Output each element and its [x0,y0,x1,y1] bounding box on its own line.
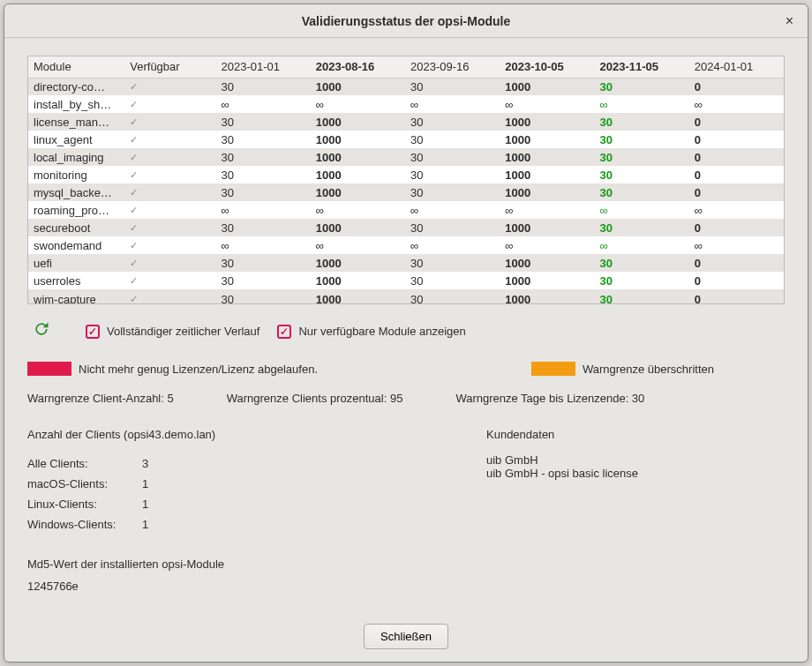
cell-module: local_imaging [28,148,124,166]
table-row[interactable]: secureboot✓301000301000300 [28,219,784,236]
cell-d4: 1000 [500,131,594,148]
window-title: Validierungsstatus der opsi-Module [302,14,510,28]
check-icon: ✓ [277,325,291,339]
cell-d1: 30 [215,131,310,148]
cell-d4: 1000 [500,289,594,304]
cell-d6: 0 [689,183,784,201]
cell-available: ✓ [124,183,215,201]
cell-available: ✓ [124,289,215,304]
cell-d3: 30 [405,148,500,166]
swatch-red [27,362,71,376]
table-row[interactable]: linux_agent✓301000301000300 [28,131,784,148]
col-d5[interactable]: 2023-11-05 [594,56,688,78]
cell-d5: ∞ [594,95,688,113]
col-d4[interactable]: 2023-10-05 [500,56,594,78]
cell-available: ✓ [124,272,215,289]
client-value: 1 [142,494,416,514]
legend-row: Nicht mehr genug Lizenzen/Lizenz abgelau… [27,362,785,376]
cell-d2: 1000 [311,166,405,183]
col-available[interactable]: Verfügbar [124,56,215,78]
table-row[interactable]: local_imaging✓301000301000300 [28,148,784,166]
cell-d3: 30 [405,183,500,201]
legend-label: Warngrenze überschritten [583,363,714,376]
cell-d6: 0 [689,131,784,148]
cell-d5: 30 [594,254,688,272]
cell-available: ✓ [124,113,215,131]
table-row[interactable]: install_by_sh…✓∞∞∞∞∞∞ [28,95,784,113]
cell-module: directory-co… [28,78,124,95]
modules-table-wrap[interactable]: Module Verfügbar 2023-01-01 2023-08-16 2… [27,56,785,304]
customer-line1: uib GmbH [486,453,638,467]
cell-module: wim-capture [28,289,124,304]
cell-d1: 30 [215,219,310,236]
dialog-footer: Schließen [4,617,808,662]
cell-d2: ∞ [311,201,405,219]
cell-d3: ∞ [405,95,500,113]
cell-module: userroles [28,272,124,289]
cell-d2: ∞ [311,95,405,113]
checkbox-label: Vollständiger zeitlicher Verlauf [107,325,259,338]
cell-d4: 1000 [500,113,594,131]
cell-d1: 30 [215,272,310,289]
cell-module: mysql_backe… [28,183,124,201]
cell-d6: ∞ [689,95,784,113]
cell-d6: 0 [689,272,784,289]
warn-client-percent: Warngrenze Clients prozentual: 95 [227,392,403,405]
checkbox-only-available[interactable]: ✓ Nur verfügbare Module anzeigen [277,325,465,339]
client-value: 1 [142,514,416,535]
cell-d1: 30 [215,148,310,166]
close-button[interactable]: Schließen [364,624,448,649]
table-row[interactable]: monitoring✓301000301000300 [28,166,784,183]
cell-available: ✓ [124,254,215,272]
cell-available: ✓ [124,236,215,254]
customer-line2: uib GmbH - opsi basic license [486,467,638,480]
col-d2[interactable]: 2023-08-16 [311,56,405,78]
col-d3[interactable]: 2023-09-16 [405,56,500,78]
clients-section: Anzahl der Clients (opsi43.demo.lan) All… [27,428,416,593]
cell-d4: 1000 [500,219,594,236]
close-icon[interactable]: × [780,11,799,31]
cell-d6: 0 [689,166,784,183]
cell-available: ✓ [124,131,215,148]
client-label: macOS-Clients: [27,474,142,494]
cell-available: ✓ [124,219,215,236]
cell-d1: 30 [215,254,310,272]
client-row-all: Alle Clients: 3 [27,453,416,474]
cell-d6: 0 [689,113,784,131]
client-value: 3 [142,453,416,474]
client-row-linux: Linux-Clients: 1 [27,494,416,514]
cell-module: linux_agent [28,131,124,148]
table-row[interactable]: swondemand✓∞∞∞∞∞∞ [28,236,784,254]
customer-section: Kundendaten uib GmbH uib GmbH - opsi bas… [486,428,638,593]
cell-d5: 30 [594,166,688,183]
cell-d6: 0 [689,219,784,236]
cell-d2: 1000 [311,148,405,166]
client-row-mac: macOS-Clients: 1 [27,474,416,494]
cell-d3: 30 [405,131,500,148]
table-row[interactable]: uefi✓301000301000300 [28,254,784,272]
table-row[interactable]: userroles✓301000301000300 [28,272,784,289]
table-row[interactable]: license_man…✓301000301000300 [28,113,784,131]
cell-d6: ∞ [689,201,784,219]
cell-d3: 30 [405,254,500,272]
refresh-icon[interactable] [33,320,50,342]
cell-d3: ∞ [405,201,500,219]
col-d6[interactable]: 2024-01-01 [689,56,784,78]
cell-d5: 30 [594,219,688,236]
cell-d4: 1000 [500,78,594,95]
titlebar: Validierungsstatus der opsi-Module × [4,4,808,38]
col-module[interactable]: Module [28,56,124,78]
clients-table: Alle Clients: 3 macOS-Clients: 1 Linux-C… [27,453,416,535]
table-row[interactable]: wim-capture✓301000301000300 [28,289,784,304]
controls-row: ✓ Vollständiger zeitlicher Verlauf ✓ Nur… [27,320,785,342]
modules-table: Module Verfügbar 2023-01-01 2023-08-16 2… [28,56,784,304]
cell-d5: 30 [594,78,688,95]
table-row[interactable]: roaming_pro…✓∞∞∞∞∞∞ [28,201,784,219]
table-row[interactable]: mysql_backe…✓301000301000300 [28,183,784,201]
md5-section: Md5-Wert der installierten opsi-Module 1… [27,557,416,593]
table-row[interactable]: directory-co…✓301000301000300 [28,78,784,95]
checkbox-full-history[interactable]: ✓ Vollständiger zeitlicher Verlauf [86,325,259,339]
col-d1[interactable]: 2023-01-01 [215,56,310,78]
content-area: Module Verfügbar 2023-01-01 2023-08-16 2… [4,38,808,617]
customer-title: Kundendaten [486,428,638,441]
